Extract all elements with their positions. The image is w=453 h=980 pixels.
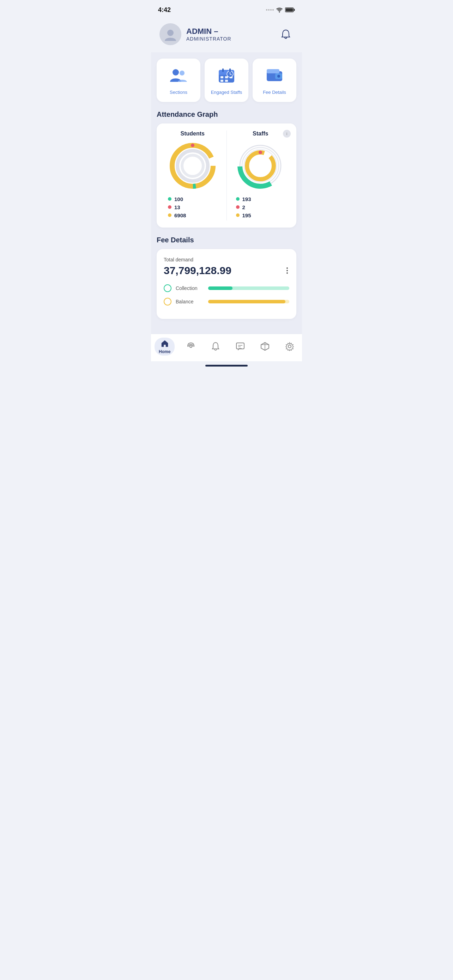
header: ADMIN – ADMINISTRATOR: [151, 18, 302, 52]
staffs-section: Staffs i: [227, 130, 291, 221]
status-time: 4:42: [158, 6, 171, 14]
nav-inventory[interactable]: [256, 340, 274, 352]
svg-point-10: [180, 70, 184, 75]
attendance-title: Attendance Graph: [157, 110, 296, 119]
gear-icon: [285, 342, 294, 351]
status-bar: 4:42: [151, 0, 302, 18]
legend-dot-green: [168, 197, 172, 201]
svg-point-26: [277, 75, 280, 78]
legend-value: 195: [242, 212, 251, 218]
svg-rect-15: [225, 76, 228, 78]
svg-point-30: [182, 155, 203, 177]
staffs-title: Staffs: [253, 130, 268, 137]
bell-nav-icon: [211, 342, 220, 351]
legend-item: 13: [168, 204, 223, 210]
box-icon: [261, 342, 270, 351]
balance-label: Balance: [176, 299, 204, 304]
collection-circle: [164, 284, 172, 292]
admin-name: ADMIN –: [186, 27, 231, 36]
nav-messages[interactable]: [231, 340, 249, 352]
collection-progress-bar: [208, 286, 289, 290]
header-left: ADMIN – ADMINISTRATOR: [159, 23, 231, 45]
home-indicator: [151, 361, 302, 369]
battery-icon: [285, 7, 295, 12]
main-content: Sections: [151, 52, 302, 334]
wifi-icon: [276, 7, 283, 13]
students-title: Students: [181, 130, 205, 137]
legend-dot-yellow: [236, 213, 240, 217]
admin-role: ADMINISTRATOR: [186, 36, 231, 41]
staffs-legend: 193 2 195: [230, 196, 291, 221]
header-text: ADMIN – ADMINISTRATOR: [186, 27, 231, 41]
broadcast-icon: [186, 342, 196, 351]
bottom-nav: Home: [151, 334, 302, 361]
sections-label: Sections: [170, 90, 188, 95]
engaged-staffs-icon: [217, 66, 236, 85]
svg-point-0: [266, 9, 267, 11]
svg-point-3: [272, 9, 274, 11]
staffs-donut: [236, 141, 285, 191]
messages-icon: [236, 342, 245, 351]
legend-item: 2: [236, 204, 291, 210]
svg-point-36: [247, 153, 274, 179]
legend-dot-green: [236, 197, 240, 201]
home-icon: [160, 339, 169, 348]
avatar: [159, 23, 181, 45]
collection-row: Collection: [164, 284, 289, 292]
svg-point-8: [167, 30, 173, 36]
svg-point-4: [279, 11, 280, 12]
collection-progress-fill: [208, 286, 232, 290]
svg-rect-6: [294, 9, 295, 11]
engaged-staffs-label: Engaged Staffs: [211, 90, 242, 95]
fee-details-card-label: Fee Details: [263, 90, 286, 95]
legend-dot-red: [168, 205, 172, 209]
balance-progress-bar: [208, 300, 289, 303]
fee-card: Total demand 37,799,128.99 Collection Ba…: [157, 249, 296, 319]
svg-rect-17: [221, 80, 223, 82]
legend-dot-red: [236, 205, 240, 209]
signal-icon: [266, 8, 274, 12]
svg-point-9: [173, 69, 179, 75]
fee-section-title: Fee Details: [157, 236, 296, 244]
svg-rect-14: [221, 76, 223, 78]
nav-broadcast[interactable]: [182, 340, 200, 352]
legend-item: 6908: [168, 212, 223, 218]
bell-button[interactable]: [278, 27, 294, 42]
fee-details-card[interactable]: Fee Details: [253, 59, 296, 102]
more-options-button[interactable]: [285, 266, 289, 275]
legend-item: 195: [236, 212, 291, 218]
svg-rect-7: [286, 8, 293, 12]
legend-value: 100: [174, 196, 183, 202]
students-section: Students: [162, 130, 227, 221]
students-legend: 100 13 6908: [162, 196, 223, 221]
total-demand-label: Total demand: [164, 257, 289, 262]
balance-progress-fill: [208, 300, 285, 303]
collection-label: Collection: [176, 285, 204, 291]
home-indicator-bar: [205, 365, 248, 366]
home-label: Home: [159, 349, 170, 354]
legend-value: 2: [242, 204, 245, 210]
engaged-staffs-card[interactable]: Engaged Staffs: [205, 59, 248, 102]
balance-row: Balance: [164, 298, 289, 305]
svg-point-1: [268, 9, 270, 11]
nav-home[interactable]: Home: [154, 337, 175, 356]
fee-amount-row: 37,799,128.99: [164, 264, 289, 277]
sections-card[interactable]: Sections: [157, 59, 200, 102]
nav-notifications[interactable]: [207, 340, 224, 352]
sections-icon: [169, 66, 188, 85]
svg-point-39: [190, 345, 192, 347]
attendance-inner: Students: [162, 130, 291, 221]
fee-details-icon: [265, 66, 284, 85]
svg-rect-22: [222, 68, 224, 72]
svg-rect-23: [229, 68, 231, 72]
info-button[interactable]: i: [283, 130, 291, 138]
quick-actions: Sections: [157, 59, 296, 102]
legend-value: 6908: [174, 212, 186, 218]
attendance-card: Students: [157, 124, 296, 228]
svg-point-45: [288, 345, 291, 348]
nav-settings[interactable]: [281, 340, 299, 352]
svg-point-38: [259, 151, 262, 154]
legend-item: 193: [236, 196, 291, 202]
legend-value: 13: [174, 204, 180, 210]
svg-rect-18: [225, 80, 228, 82]
